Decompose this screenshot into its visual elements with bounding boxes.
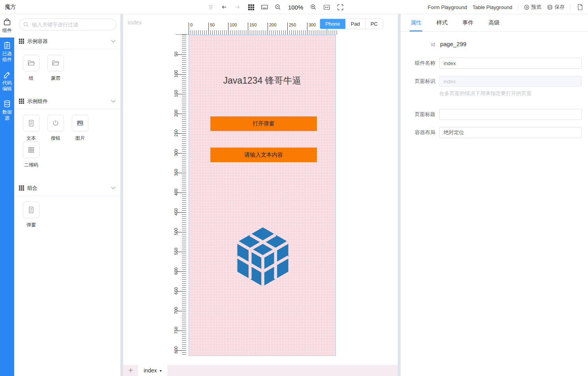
grid-toggle-icon[interactable] — [247, 3, 255, 11]
ruler-label: 800 — [174, 344, 178, 356]
image-icon — [76, 119, 84, 127]
ruler-label: 100 — [174, 68, 178, 80]
canvas-open-dialog-button[interactable]: 打开弹窗 — [210, 116, 317, 131]
id-label: id — [431, 41, 435, 47]
bag-icon — [3, 18, 11, 26]
component-id-row: id page_299 — [431, 41, 588, 47]
text-icon — [27, 206, 35, 214]
component-item[interactable]: 文本 — [23, 115, 47, 142]
grid-icon — [19, 99, 24, 104]
zoom-in-icon[interactable] — [309, 3, 317, 11]
ruler-tick: 100 — [228, 22, 228, 35]
ruler-tick: 250 — [287, 22, 288, 35]
canvas-text-component[interactable]: Java1234 锋哥牛逼 — [189, 75, 335, 87]
ruler-tick: 150 — [248, 22, 248, 35]
app-title: 魔方 — [5, 4, 16, 11]
folder-icon — [27, 59, 35, 67]
zoom-out-icon[interactable] — [274, 3, 282, 11]
ruler-label: 150 — [174, 88, 178, 99]
component-item[interactable]: 蒙层 — [47, 55, 72, 82]
container-layout-input[interactable] — [439, 127, 582, 138]
canvas-text-input-component[interactable]: 请输入文本内容 — [210, 148, 317, 162]
tab-events[interactable]: 事件 — [463, 19, 474, 31]
ruler-label: 50 — [174, 48, 178, 60]
inspector-panel: 属性 样式 事件 高级 id page_299 组件名称 页面标识 在多页面的情… — [401, 14, 588, 376]
chevron-down-icon — [111, 187, 116, 189]
component-sections: 示例容器组蒙层示例组件文本按钮图片二维码组合弹窗 — [14, 34, 120, 237]
component-item[interactable]: 弹窗 — [23, 202, 47, 228]
form-playground-link[interactable]: Form Playground — [428, 4, 467, 10]
save-button[interactable]: 保存 — [547, 4, 565, 11]
ruler-tick: 600 — [176, 271, 186, 272]
ruler-label: 550 — [174, 245, 178, 257]
section-header[interactable]: 示例容器 — [14, 34, 120, 49]
device-tab-phone[interactable]: Phone — [320, 19, 345, 29]
design-canvas[interactable]: Java1234 锋哥牛逼 打开弹窗 请输入文本内容 — [189, 35, 336, 356]
ruler-label: 0 — [190, 22, 193, 27]
horizontal-ruler: 050100150200250300350 — [189, 22, 339, 35]
component-name-input[interactable] — [439, 58, 582, 69]
component-item[interactable]: 组 — [23, 55, 47, 82]
document-icon[interactable] — [576, 3, 584, 11]
ruler-label: 150 — [249, 22, 257, 27]
undo-icon[interactable] — [220, 3, 228, 11]
section-items: 弹窗 — [14, 196, 120, 237]
clipboard-icon — [3, 41, 11, 50]
ruler-label: 300 — [309, 22, 316, 27]
activity-item-components[interactable]: 组件 — [0, 14, 14, 37]
activity-item-code-editor[interactable]: 代码编辑 — [0, 67, 14, 96]
component-item[interactable]: 按钮 — [47, 115, 72, 142]
page-title-input[interactable] — [439, 109, 582, 120]
device-tab-pad[interactable]: Pad — [345, 19, 365, 29]
delete-icon[interactable] — [207, 3, 215, 11]
ruler-label: 300 — [174, 147, 178, 159]
page-key-input — [439, 76, 582, 87]
table-playground-link[interactable]: Table Playground — [473, 4, 512, 10]
ruler-label: 500 — [174, 226, 178, 238]
divider — [570, 4, 571, 10]
canvas-page-label: index — [128, 19, 142, 26]
redo-icon[interactable] — [234, 3, 242, 11]
ruler-tick: 550 — [176, 252, 186, 252]
tab-properties[interactable]: 属性 — [410, 19, 421, 31]
canvas-area: index Phone Pad PC 050100150200250300350… — [123, 14, 398, 376]
preview-button[interactable]: 预览 — [524, 4, 541, 11]
vertical-ruler: 5010015020025030035040045050055060065070… — [174, 35, 189, 355]
power-icon — [52, 119, 60, 127]
pencil-icon — [3, 70, 11, 79]
activity-item-selected-components[interactable]: 已选组件 — [0, 37, 14, 67]
right-scrollbar[interactable] — [398, 14, 401, 376]
ruler-tick: 750 — [176, 331, 186, 331]
ruler-tick: 50 — [176, 54, 186, 55]
device-tab-pc[interactable]: PC — [365, 19, 383, 29]
ruler-tick: 0 — [189, 22, 189, 35]
left-scrollbar[interactable] — [120, 14, 123, 376]
component-search[interactable] — [19, 19, 116, 30]
activity-item-data-source[interactable]: 数据源 — [0, 96, 14, 125]
ruler-label: 100 — [230, 22, 237, 27]
topbar-right: Form Playground Table Playground 预览 保存 — [428, 0, 584, 14]
section-header[interactable]: 组合 — [14, 180, 120, 196]
components-panel: 示例容器组蒙层示例组件文本按钮图片二维码组合弹窗 — [14, 14, 120, 376]
ruler-tick: 150 — [176, 94, 186, 94]
tab-style[interactable]: 样式 — [436, 19, 448, 31]
fullscreen-icon[interactable] — [336, 3, 344, 11]
component-item[interactable]: 图片 — [72, 115, 96, 142]
add-page-button[interactable]: + — [123, 365, 138, 376]
ruler-tick: 650 — [176, 291, 186, 292]
search-input[interactable] — [32, 22, 112, 28]
ruler-tick: 500 — [176, 232, 186, 232]
activity-bar: 组件 已选组件 代码编辑 数据源 — [0, 14, 14, 376]
ruler-label: 750 — [174, 324, 178, 336]
tab-advanced[interactable]: 高级 — [489, 19, 500, 31]
ruler-toggle-icon[interactable] — [260, 3, 268, 11]
page-tab-index[interactable]: index ▾ — [138, 365, 167, 376]
chevron-down-icon — [111, 100, 116, 103]
caret-down-icon[interactable]: ▾ — [159, 369, 161, 373]
fit-canvas-icon[interactable] — [323, 3, 331, 11]
section-header[interactable]: 示例组件 — [14, 94, 120, 109]
folder-icon — [52, 59, 60, 67]
field-page-key: 页面标识 — [406, 76, 582, 87]
component-item[interactable]: 二维码 — [23, 142, 47, 168]
ruler-label: 250 — [289, 22, 296, 27]
